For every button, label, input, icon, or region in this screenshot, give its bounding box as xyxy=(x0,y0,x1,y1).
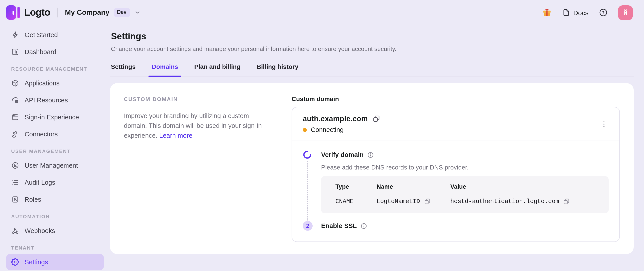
sidebar-section-tenant: TENANT xyxy=(11,245,104,250)
gear-icon xyxy=(11,258,19,266)
step-title: Verify domain xyxy=(321,151,364,158)
tab-bar: Settings Domains Plan and billing Billin… xyxy=(110,63,634,76)
sidebar-item-api-resources[interactable]: API Resources xyxy=(6,92,104,108)
divider xyxy=(57,8,58,18)
main-content: Settings Change your account settings an… xyxy=(110,25,644,254)
logto-logo-icon xyxy=(6,5,20,20)
sidebar-item-dashboard[interactable]: Dashboard xyxy=(6,44,104,60)
step-verify-domain: Verify domain xyxy=(303,150,609,159)
sidebar-section-resource-management: RESOURCE MANAGEMENT xyxy=(11,66,104,72)
sidebar-item-label: Settings xyxy=(24,258,48,266)
sidebar-item-sign-in-experience[interactable]: Sign-in Experience xyxy=(6,109,104,125)
step-description: Please add these DNS records to your DNS… xyxy=(321,164,609,171)
env-badge: Dev xyxy=(113,8,130,17)
sidebar-item-label: Applications xyxy=(24,80,60,87)
copy-icon[interactable] xyxy=(424,198,431,205)
domain-verification-steps: Verify domain Please add these DNS recor… xyxy=(292,140,620,242)
sidebar-item-settings[interactable]: Settings xyxy=(6,254,104,270)
sidebar-item-label: User Management xyxy=(24,162,78,169)
sidebar-item-label: Sign-in Experience xyxy=(24,114,79,121)
cube-icon xyxy=(11,79,19,87)
tab-domains[interactable]: Domains xyxy=(152,63,178,76)
id-card-icon xyxy=(11,196,19,204)
sidebar-item-user-management[interactable]: User Management xyxy=(6,158,104,174)
sidebar-item-get-started[interactable]: Get Started xyxy=(6,27,104,43)
topbar-actions: Docs ? й xyxy=(542,5,633,20)
status-dot xyxy=(303,128,307,132)
dns-records-table: Type Name Value CNAME LogtoNameLID xyxy=(321,176,609,213)
browser-window-icon xyxy=(11,113,19,121)
svg-text:?: ? xyxy=(602,10,605,15)
sidebar-item-applications[interactable]: Applications xyxy=(6,75,104,91)
tab-plan-and-billing[interactable]: Plan and billing xyxy=(194,63,240,76)
brand-name: Logto xyxy=(24,7,50,18)
sidebar-item-label: Webhooks xyxy=(24,227,55,234)
sidebar-item-label: Connectors xyxy=(24,130,58,138)
connector-icon xyxy=(11,130,19,138)
more-actions-button[interactable] xyxy=(598,118,610,130)
cloud-box-icon xyxy=(11,96,19,104)
domain-card-header: auth.example.com Connecting xyxy=(292,107,620,140)
lightning-icon xyxy=(11,31,19,39)
docs-button[interactable]: Docs xyxy=(562,8,588,16)
sidebar-item-connectors[interactable]: Connectors xyxy=(6,126,104,142)
dns-record-value: hostd-authentication.logto.com xyxy=(450,198,559,205)
custom-domain-intro: CUSTOM DOMAIN Improve your branding by u… xyxy=(124,94,270,242)
sidebar-item-label: API Resources xyxy=(24,96,68,104)
panel-label: Custom domain xyxy=(292,95,620,102)
info-icon[interactable] xyxy=(367,152,374,158)
logto-logo[interactable]: Logto xyxy=(6,5,50,20)
sidebar-item-label: Dashboard xyxy=(24,48,56,56)
sidebar-item-audit-logs[interactable]: Audit Logs xyxy=(6,174,104,190)
learn-more-link[interactable]: Learn more xyxy=(159,132,192,139)
custom-domain-panel: Custom domain auth.example.com xyxy=(292,94,620,242)
sidebar-item-label: Roles xyxy=(24,196,41,203)
sidebar-section-automation: AUTOMATION xyxy=(11,214,104,219)
sidebar-item-label: Audit Logs xyxy=(24,179,55,186)
list-icon xyxy=(11,178,19,186)
step-number-badge: 2 xyxy=(303,221,312,231)
spinner-icon xyxy=(303,150,321,159)
dns-record-name: LogtoNameLID xyxy=(376,198,420,205)
sidebar-item-roles[interactable]: Roles xyxy=(6,192,104,208)
sidebar-section-user-management: USER MANAGEMENT xyxy=(11,148,104,154)
step-enable-ssl: 2 Enable SSL xyxy=(303,221,609,231)
step-connector-line xyxy=(307,161,308,226)
section-title: CUSTOM DOMAIN xyxy=(124,96,270,102)
sidebar: Get Started Dashboard RESOURCE MANAGEMEN… xyxy=(0,25,110,271)
page-subtitle: Change your account settings and manage … xyxy=(111,46,634,52)
sidebar-item-label: Get Started xyxy=(24,31,58,38)
status-label: Connecting xyxy=(311,126,344,133)
column-header-name: Name xyxy=(376,183,450,190)
help-circle-icon[interactable]: ? xyxy=(599,8,608,17)
custom-domain-card: CUSTOM DOMAIN Improve your branding by u… xyxy=(110,83,634,254)
info-icon[interactable] xyxy=(360,222,367,229)
domain-name: auth.example.com xyxy=(303,114,368,123)
document-icon xyxy=(562,8,570,16)
sidebar-item-webhooks[interactable]: Webhooks xyxy=(6,223,104,239)
avatar[interactable]: й xyxy=(618,5,633,20)
webhook-icon xyxy=(11,227,19,235)
page-title: Settings xyxy=(111,31,634,42)
column-header-type: Type xyxy=(336,183,376,190)
user-circle-icon xyxy=(11,162,19,170)
tab-settings[interactable]: Settings xyxy=(111,63,136,76)
dns-record-type: CNAME xyxy=(336,198,376,205)
domain-card: auth.example.com Connecting xyxy=(292,107,620,242)
tenant-selector[interactable]: My Company Dev xyxy=(65,8,141,17)
bar-chart-icon xyxy=(11,48,19,56)
copy-icon[interactable] xyxy=(372,115,380,122)
chevron-down-icon xyxy=(134,9,141,16)
tab-billing-history[interactable]: Billing history xyxy=(257,63,298,76)
gift-icon[interactable] xyxy=(542,8,552,18)
topbar: Logto My Company Dev xyxy=(0,0,644,25)
section-description: Improve your branding by utilizing a cus… xyxy=(124,112,262,139)
docs-label: Docs xyxy=(573,9,588,16)
step-title: Enable SSL xyxy=(321,222,357,230)
tenant-name: My Company xyxy=(65,8,109,16)
table-row: CNAME LogtoNameLID hostd-authenticatio xyxy=(336,198,594,205)
column-header-value: Value xyxy=(450,183,594,190)
copy-icon[interactable] xyxy=(563,198,570,205)
